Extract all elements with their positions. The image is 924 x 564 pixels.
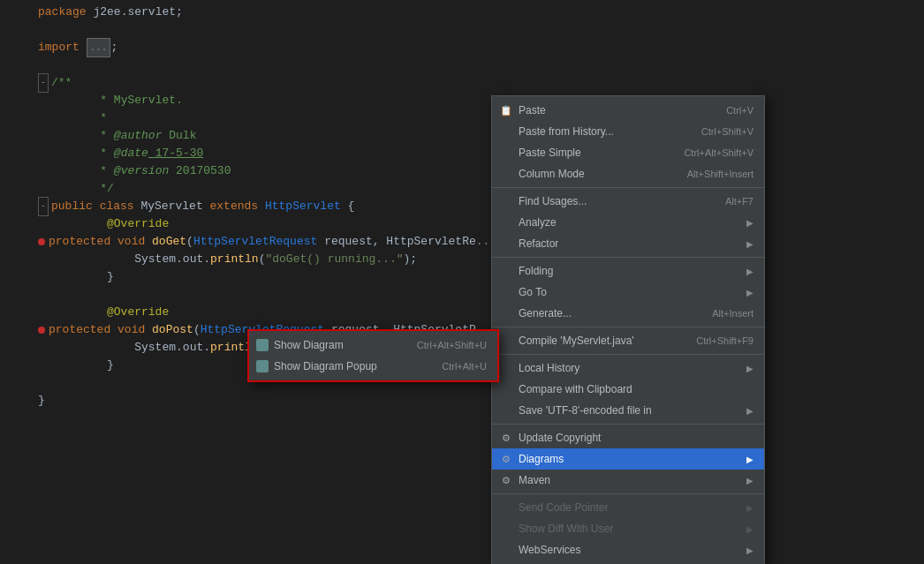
code-line-11: */ [38,180,917,198]
no-icon-3 [499,167,513,181]
menu-item-paste-history[interactable]: Paste from History... Ctrl+Shift+V [492,121,764,142]
code-line-13: @Override [38,215,917,233]
no-icon-16 [499,543,513,557]
menu-label-goto: Go To [519,286,547,298]
menu-item-webservices[interactable]: WebServices ▶ [492,539,764,560]
code-line-1: package j2ee.servlet; [38,4,917,21]
arrow-analyze: ▶ [746,218,754,228]
menu-item-generate[interactable]: Generate... Alt+Insert [492,303,764,324]
diagram-icon-show [256,339,269,351]
shortcut-show-diagram: Ctrl+Alt+Shift+U [417,340,487,350]
no-icon-9 [499,306,513,320]
paste-icon: 📋 [499,103,513,117]
menu-label-paste-history: Paste from History... [519,125,614,138]
code-editor: package j2ee.servlet; import ...; -/** *… [0,0,924,564]
fold-indicator[interactable]: ... [87,38,111,57]
diagrams-submenu: Show Diagram Ctrl+Alt+Shift+U Show Diagr… [247,329,499,382]
menu-item-save-encoded[interactable]: Save 'UTF-8'-encoded file in ▶ [492,400,764,421]
code-line-15: System.out.println("doGet() running...")… [38,251,917,268]
arrow-diagrams: ▶ [746,455,754,464]
menu-item-find-usages[interactable]: Find Usages... Alt+F7 [492,191,764,212]
gear-icon-copyright: ⚙ [499,431,513,445]
shortcut-compile: Ctrl+Shift+F9 [696,335,754,346]
menu-label-show-diff-user: Show Diff With User [519,523,613,535]
code-line-16: } [38,268,917,286]
menu-label-webservices: WebServices [519,544,580,556]
menu-item-compile[interactable]: Compile 'MyServlet.java' Ctrl+Shift+F9 [492,330,764,351]
separator-4 [492,354,764,355]
menu-label-compare-clipboard: Compare with Clipboard [519,383,632,395]
separator-2 [492,257,764,258]
menu-label-update-copyright: Update Copyright [519,432,601,444]
code-line-7: * [38,109,917,127]
menu-label-refactor: Refactor [519,237,558,250]
shortcut-generate: Alt+Insert [712,308,754,319]
code-line-10: * @version 20170530 [38,162,917,180]
menu-item-compare-clipboard[interactable]: Compare with Clipboard [492,379,764,400]
menu-item-column-mode[interactable]: Column Mode Alt+Shift+Insert [492,163,764,184]
separator-1 [492,187,764,188]
no-icon-8 [499,285,513,299]
arrow-refactor: ▶ [746,239,754,249]
menu-item-folding[interactable]: Folding ▶ [492,260,764,282]
menu-label-folding: Folding [519,265,553,277]
separator-5 [492,424,764,425]
menu-label-diagrams: Diagrams [519,453,564,465]
arrow-save-encoded: ▶ [746,406,754,416]
shortcut-paste-simple: Ctrl+Alt+Shift+V [684,147,754,158]
menu-item-send-code-pointer[interactable]: Send Code Pointer ▶ [492,497,764,518]
code-line-5: -/** [38,74,917,92]
no-icon-2 [499,146,513,160]
menu-item-refactor[interactable]: Refactor ▶ [492,233,764,254]
code-line-17 [38,286,917,304]
menu-label-maven: Maven [519,474,550,486]
separator-3 [492,327,764,327]
context-menu: 📋 Paste Ctrl+V Paste from History... Ctr… [491,95,765,564]
no-icon-13 [499,403,513,417]
menu-label-find-usages: Find Usages... [519,195,587,207]
menu-item-local-history[interactable]: Local History ▶ [492,357,764,379]
code-line-18: @Override [38,304,917,321]
menu-item-show-diff-user[interactable]: Show Diff With User ▶ [492,518,764,539]
no-icon-14 [499,500,513,515]
code-line-4 [38,56,917,74]
no-icon-1 [499,124,513,139]
submenu-label-show-diagram-popup: Show Diagram Popup [274,360,377,372]
no-icon-11 [499,361,513,375]
no-icon-5 [499,215,513,229]
menu-item-analyze[interactable]: Analyze ▶ [492,212,764,233]
menu-label-analyze: Analyze [519,216,557,229]
menu-item-paste-simple[interactable]: Paste Simple Ctrl+Alt+Shift+V [492,142,764,163]
submenu-item-show-diagram[interactable]: Show Diagram Ctrl+Alt+Shift+U [249,335,497,356]
no-icon-12 [499,382,513,396]
menu-label-local-history: Local History [519,362,579,374]
menu-item-paste[interactable]: 📋 Paste Ctrl+V [492,100,764,121]
breakpoint-indicator [38,238,45,245]
code-line-12: -public class MyServlet extends HttpServ… [38,198,917,215]
shortcut-find-usages: Alt+F7 [725,196,754,207]
diagram-icon-popup [256,360,269,372]
menu-label-paste: Paste [519,104,546,117]
shortcut-paste: Ctrl+V [726,105,754,116]
code-line-14: protected void doGet(HttpServletRequest … [38,233,917,251]
code-line-2 [38,21,917,39]
no-icon-6 [499,237,513,251]
arrow-folding: ▶ [746,267,754,276]
code-line-6: * MyServlet. [38,92,917,109]
menu-item-update-copyright[interactable]: ⚙ Update Copyright [492,427,764,448]
menu-item-goto[interactable]: Go To ▶ [492,282,764,303]
menu-item-diagrams[interactable]: ⚙ Diagrams ▶ [492,448,764,470]
shortcut-paste-history: Ctrl+Shift+V [701,126,754,137]
arrow-maven: ▶ [746,476,754,485]
menu-label-column-mode: Column Mode [519,168,585,180]
code-content: package j2ee.servlet; import ...; -/** *… [31,0,924,564]
arrow-goto: ▶ [746,288,754,297]
no-icon-4 [499,194,513,208]
shortcut-show-diagram-popup: Ctrl+Alt+U [442,361,487,372]
arrow-webservices: ▶ [746,545,754,555]
menu-item-maven[interactable]: ⚙ Maven ▶ [492,470,764,491]
separator-6 [492,493,764,494]
submenu-item-show-diagram-popup[interactable]: Show Diagram Popup Ctrl+Alt+U [249,356,497,377]
shortcut-column-mode: Alt+Shift+Insert [687,169,754,179]
package-name: j2ee.servlet [93,4,176,21]
